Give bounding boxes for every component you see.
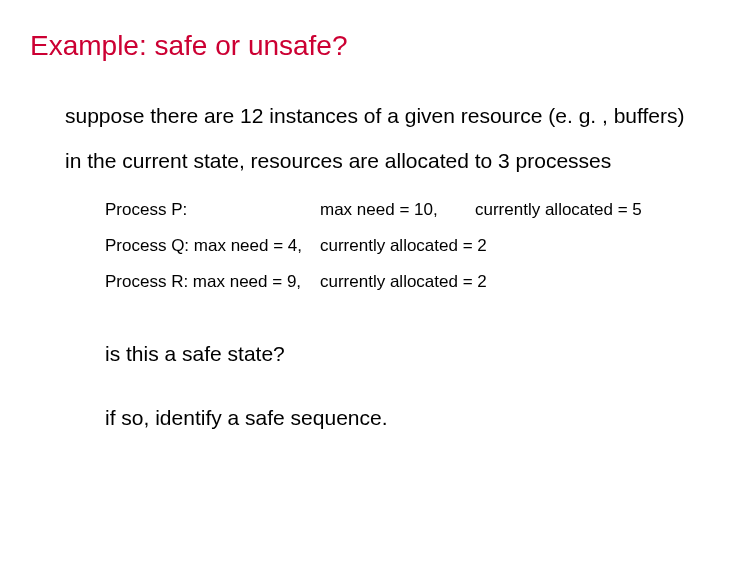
process-p-max: max need = 10, (320, 200, 475, 220)
process-table: Process P: max need = 10, currently allo… (105, 200, 726, 292)
process-q-label: Process Q: max need = 4, (105, 236, 320, 256)
process-p-label: Process P: (105, 200, 320, 220)
process-q-alloc: currently allocated = 2 (320, 236, 487, 256)
question-1: is this a safe state? (105, 342, 726, 366)
intro-text-1: suppose there are 12 instances of a give… (65, 102, 726, 129)
table-row: Process R: max need = 9, currently alloc… (105, 272, 726, 292)
table-row: Process P: max need = 10, currently allo… (105, 200, 726, 220)
process-p-alloc: currently allocated = 5 (475, 200, 726, 220)
intro-text-2: in the current state, resources are allo… (65, 147, 726, 174)
process-r-alloc: currently allocated = 2 (320, 272, 487, 292)
question-2: if so, identify a safe sequence. (105, 406, 726, 430)
table-row: Process Q: max need = 4, currently alloc… (105, 236, 726, 256)
process-r-label: Process R: max need = 9, (105, 272, 320, 292)
slide-title: Example: safe or unsafe? (30, 30, 726, 62)
